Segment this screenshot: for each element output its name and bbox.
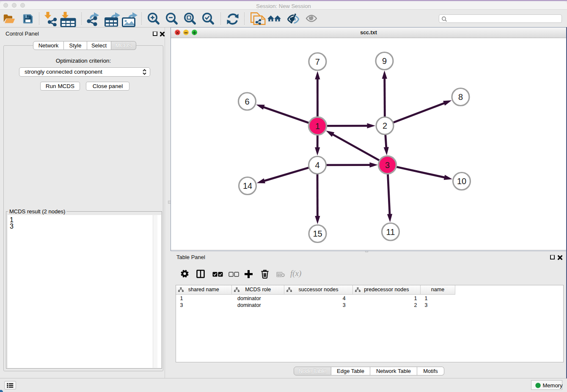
svg-text:14: 14 <box>243 181 252 190</box>
svg-text:9: 9 <box>382 56 387 66</box>
svg-text:11: 11 <box>386 227 395 237</box>
svg-text:15: 15 <box>313 229 322 238</box>
svg-text:4: 4 <box>315 160 319 170</box>
svg-text:10: 10 <box>457 177 466 186</box>
svg-text:1: 1 <box>315 121 320 131</box>
svg-text:3: 3 <box>385 160 390 170</box>
svg-text:6: 6 <box>245 97 249 106</box>
svg-text:2: 2 <box>383 121 387 130</box>
svg-text:8: 8 <box>458 92 463 102</box>
svg-text:7: 7 <box>315 57 320 66</box>
